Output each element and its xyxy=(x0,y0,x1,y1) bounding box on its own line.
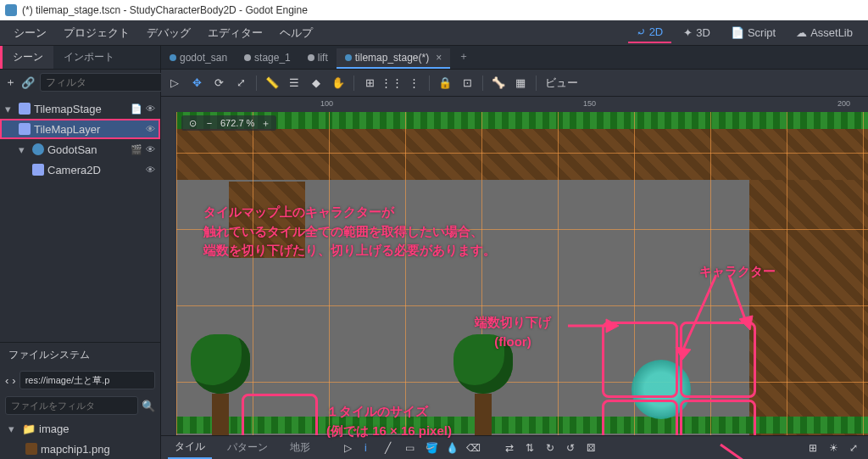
visibility-icon[interactable]: 👁 xyxy=(146,165,155,175)
visibility-icon[interactable]: 👁 xyxy=(146,144,155,155)
ruler-icon[interactable]: 📏 xyxy=(265,76,279,90)
random-icon[interactable]: ⚄ xyxy=(587,442,598,454)
doc-tab[interactable]: stage_1 xyxy=(236,48,299,69)
menu-debug[interactable]: デバッグ xyxy=(140,22,198,44)
bottom-tab-terrain[interactable]: 地形 xyxy=(283,437,317,458)
annotation-floor: 端数切り下げ (floor) xyxy=(475,313,551,351)
grid-toggle-icon[interactable]: ⊞ xyxy=(809,442,821,454)
bone-icon[interactable]: 🦴 xyxy=(492,76,505,90)
svg-line-4 xyxy=(729,275,746,322)
bottom-tab-tile[interactable]: タイル xyxy=(168,436,212,459)
fs-file[interactable]: mapchip1.png xyxy=(0,439,160,459)
scale-icon[interactable]: ⤢ xyxy=(234,76,248,90)
file-filter-input[interactable] xyxy=(5,396,138,415)
menubar: シーン プロジェクト デバッグ エディター ヘルプ ⤾ 2D ✦ 3D 📄 Sc… xyxy=(0,20,868,46)
center-icon[interactable]: ⊙ xyxy=(186,117,198,129)
annotation-main: タイルマップ上のキャラクターが 触れているタイル全ての範囲を取得したい場合、 端… xyxy=(203,203,496,260)
viewport-2d[interactable]: 100 150 200 ⊙ − 672.7 % ＋ xyxy=(161,97,868,459)
fs-folder[interactable]: ▾📁 image xyxy=(0,418,160,439)
link-icon[interactable]: 🔗 xyxy=(21,75,35,90)
rotate-cw-icon[interactable]: ↻ xyxy=(546,442,558,454)
godot-icon xyxy=(5,4,17,16)
fwd-icon[interactable]: › xyxy=(12,374,15,387)
paint-rect-icon[interactable]: ▭ xyxy=(405,442,417,454)
node-label: Camera2D xyxy=(47,164,101,176)
paint-picker-icon[interactable]: 💧 xyxy=(446,442,458,454)
pan-icon[interactable]: ✋ xyxy=(331,76,345,90)
list-icon[interactable]: ☰ xyxy=(287,76,301,90)
snap1-icon[interactable]: ⊞ xyxy=(363,76,376,90)
add-tab-icon[interactable]: ＋ xyxy=(450,46,477,69)
search-icon[interactable]: 🔍 xyxy=(142,400,155,412)
tab-scene[interactable]: シーン xyxy=(0,46,53,69)
svg-marker-1 xyxy=(606,319,619,333)
svg-line-6 xyxy=(721,445,763,459)
node-label: TilemapStage xyxy=(34,103,102,115)
script-icon[interactable]: 📄 xyxy=(131,104,142,115)
ruler-horizontal: 100 150 200 xyxy=(176,97,868,112)
zoom-in-icon[interactable]: ＋ xyxy=(259,117,271,129)
tree-row-root[interactable]: ▾ TilemapStage 📄👁 xyxy=(0,98,160,119)
scene-filter-input[interactable] xyxy=(40,73,179,92)
zoom-value[interactable]: 672.7 % xyxy=(220,118,254,128)
folder-icon: 📁 xyxy=(22,423,36,435)
paint-bucket-icon[interactable]: 🪣 xyxy=(426,442,437,454)
paint-line-icon[interactable]: ╱ xyxy=(385,442,397,454)
visibility-icon[interactable]: 👁 xyxy=(146,124,155,134)
tree-row-camera[interactable]: Camera2D 👁 xyxy=(0,160,160,180)
zoom-out-icon[interactable]: − xyxy=(203,117,215,129)
document-tabs: godot_san stage_1 lift tilemap_stage(*)×… xyxy=(161,46,868,70)
workspace-3d[interactable]: ✦ 3D xyxy=(675,23,719,42)
menu-editor[interactable]: エディター xyxy=(201,22,270,44)
menu-help[interactable]: ヘルプ xyxy=(273,22,320,44)
menu-project[interactable]: プロジェクト xyxy=(57,22,136,44)
ruler-vertical xyxy=(161,112,176,459)
paint-brush-icon[interactable]: i xyxy=(364,442,376,454)
annotation-character: キャラクター xyxy=(699,262,776,282)
svg-marker-3 xyxy=(676,347,691,360)
back-icon[interactable]: ‹ xyxy=(5,374,8,387)
snap2-icon[interactable]: ⋮⋮ xyxy=(385,76,398,90)
flip-v-icon[interactable]: ⇅ xyxy=(526,442,537,454)
workspace-assetlib[interactable]: ☁ AssetLib xyxy=(787,23,861,42)
doc-tab[interactable]: lift xyxy=(299,48,337,69)
snap-opts-icon[interactable]: ⋮ xyxy=(407,76,420,90)
scene-tree: ▾ TilemapStage 📄👁 TileMapLayer 👁 ▾ Godot… xyxy=(0,95,160,342)
tree-row-godotsan[interactable]: ▾ GodotSan 🎬👁 xyxy=(0,139,160,160)
close-icon[interactable]: × xyxy=(436,52,442,64)
left-panel: シーン インポート ＋ 🔗 🔍 ⋮ ▾ TilemapStage 📄👁 Tile… xyxy=(0,46,161,459)
doc-tab-active[interactable]: tilemap_stage(*)× xyxy=(337,48,450,69)
canvas-toolbar: ▷ ✥ ⟳ ⤢ 📏 ☰ ◆ ✋ ⊞ ⋮⋮ ⋮ 🔒 ⊡ 🦴 ▦ ビュー xyxy=(161,70,868,97)
filesystem-panel: ファイルシステム ‹ › 🔍 ▾📁 image mapchip1.png xyxy=(0,342,160,459)
group-icon[interactable]: ⊡ xyxy=(460,76,474,90)
highlight-icon[interactable]: ☀ xyxy=(829,442,841,454)
node-label: GodotSan xyxy=(47,143,97,156)
view-menu[interactable]: ビュー xyxy=(545,76,578,91)
move-icon[interactable]: ✥ xyxy=(190,76,203,90)
zoom-control: ⊙ − 672.7 % ＋ xyxy=(181,115,276,131)
clapper-icon[interactable]: 🎬 xyxy=(131,144,142,155)
tab-import[interactable]: インポート xyxy=(53,46,125,69)
pivot-icon[interactable]: ◆ xyxy=(309,76,323,90)
window-title: (*) tilemap_stage.tscn - StudyCharacterB… xyxy=(22,4,308,16)
visibility-icon[interactable]: 👁 xyxy=(146,104,155,115)
rotate-icon[interactable]: ⟳ xyxy=(212,76,225,90)
titlebar: (*) tilemap_stage.tscn - StudyCharacterB… xyxy=(0,0,868,20)
menu-scene[interactable]: シーン xyxy=(7,22,53,44)
anim-icon[interactable]: ▦ xyxy=(514,76,527,90)
add-node-icon[interactable]: ＋ xyxy=(5,75,16,90)
expand-icon[interactable]: ⤢ xyxy=(849,442,861,454)
paint-eraser-icon[interactable]: ⌫ xyxy=(466,442,478,454)
lock-icon[interactable]: 🔒 xyxy=(438,76,452,90)
rotate-ccw-icon[interactable]: ↺ xyxy=(566,442,578,454)
workspace-2d[interactable]: ⤾ 2D xyxy=(628,22,672,43)
select-icon[interactable]: ▷ xyxy=(168,76,181,90)
doc-tab[interactable]: godot_san xyxy=(161,48,236,69)
flip-h-icon[interactable]: ⇄ xyxy=(505,442,517,454)
path-input[interactable] xyxy=(19,371,155,389)
paint-select-icon[interactable]: ▷ xyxy=(344,442,356,454)
tree-row-tilemap[interactable]: TileMapLayer 👁 xyxy=(0,119,160,139)
workspace-script[interactable]: 📄 Script xyxy=(722,23,784,42)
svg-marker-5 xyxy=(739,316,753,330)
bottom-tab-pattern[interactable]: パターン xyxy=(220,437,275,458)
